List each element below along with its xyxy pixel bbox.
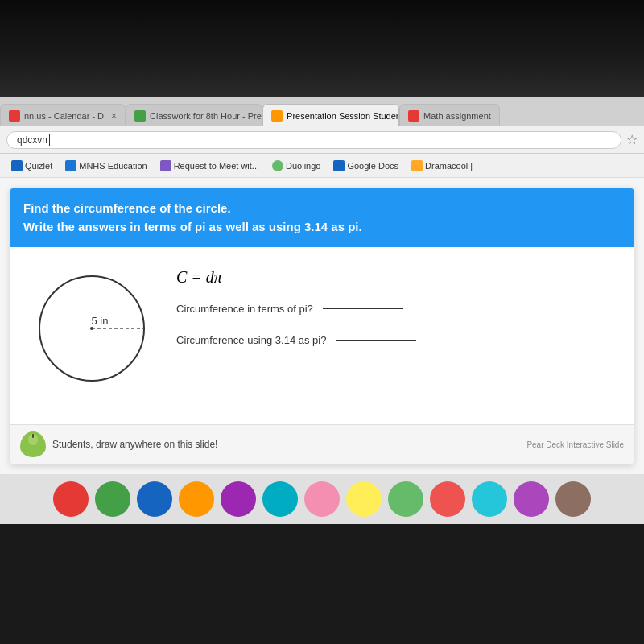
bookmark-icon-duolingo (272, 160, 283, 171)
svg-rect-6 (32, 434, 34, 438)
formula-display: C = dπ (176, 268, 621, 287)
app-icon-13[interactable] (555, 481, 591, 517)
tab-classwork[interactable]: Classwork for 8th Hour - Pre-Al × (126, 104, 262, 126)
bookmark-quizlet[interactable]: Quizlet (6, 159, 57, 173)
slide-container: Find the circumference of the circle. Wr… (10, 188, 634, 464)
bookmark-icon-google-docs (333, 160, 345, 171)
app-icon-9[interactable] (388, 481, 423, 517)
address-bar-row: qdcxvn ☆ (0, 126, 644, 154)
question-2-text: Circumference using 3.14 as pi? (176, 334, 326, 346)
bookmark-duolingo[interactable]: Duolingo (267, 159, 325, 173)
app-icon-2[interactable] (95, 481, 130, 517)
bookmark-icon-quizlet (11, 160, 23, 171)
app-icon-6[interactable] (262, 481, 298, 517)
app-icons-row (0, 474, 644, 524)
bookmark-label-google-docs: Google Docs (347, 161, 398, 171)
tab-presentation[interactable]: Presentation Session Student × (262, 104, 399, 126)
tab-icon-calendar (9, 110, 20, 122)
bookmark-mnhs[interactable]: MNHS Education (60, 159, 151, 173)
bookmark-icon-mnhs (65, 160, 76, 171)
address-value: qdcxvn (17, 134, 47, 146)
pear-icon (20, 431, 46, 457)
tab-close-calendar[interactable]: × (108, 110, 117, 122)
circle-svg: 5 in (31, 268, 152, 389)
answer-line-2 (336, 340, 416, 341)
tab-label-calendar: nn.us - Calendar - D (24, 111, 104, 121)
bookmark-star-icon[interactable]: ☆ (626, 132, 638, 147)
answer-line-1 (323, 308, 403, 309)
tab-label-presentation: Presentation Session Student (287, 111, 399, 121)
tab-icon-math (408, 110, 419, 122)
app-icon-12[interactable] (514, 481, 549, 517)
right-content: C = dπ Circumference in terms of pi? Cir… (176, 260, 621, 365)
tab-icon-classwork (134, 110, 146, 122)
tab-math[interactable]: Math assignment (399, 104, 500, 126)
bookmarks-bar: Quizlet MNHS Education Request to Meet w… (0, 154, 644, 178)
question-header: Find the circumference of the circle. Wr… (10, 188, 634, 247)
tab-label-classwork: Classwork for 8th Hour - Pre-Al (150, 111, 262, 121)
bookmark-label-dramacool: Dramacool | (425, 161, 473, 171)
app-icon-3[interactable] (137, 481, 172, 517)
circle-diagram: 5 in (23, 260, 160, 400)
bookmark-label-quizlet: Quizlet (25, 161, 52, 171)
question-1-text: Circumference in terms of pi? (176, 303, 313, 315)
bookmark-icon-dramacool (411, 160, 423, 171)
bookmark-icon-request (160, 160, 171, 171)
tab-calendar[interactable]: nn.us - Calendar - D × (0, 104, 126, 126)
math-content: 5 in C = dπ Circumference in terms of pi… (10, 247, 634, 424)
app-icon-11[interactable] (472, 481, 507, 517)
bookmark-label-request: Request to Meet wit... (174, 161, 259, 171)
browser-window: nn.us - Calendar - D × Classwork for 8th… (0, 97, 644, 474)
address-bar[interactable]: qdcxvn (6, 131, 621, 149)
bookmark-label-mnhs: MNHS Education (79, 161, 147, 171)
dark-background (0, 0, 644, 97)
pear-deck-badge: Pear Deck Interactive Slide (526, 440, 624, 449)
tab-bar: nn.us - Calendar - D × Classwork for 8th… (0, 97, 644, 126)
content-area: Find the circumference of the circle. Wr… (0, 178, 644, 474)
question-1-line: Circumference in terms of pi? (176, 303, 621, 315)
app-icon-10[interactable] (430, 481, 465, 517)
address-cursor (49, 134, 50, 146)
header-line2: Write the answers in terms of pi as well… (23, 218, 621, 237)
app-icon-5[interactable] (221, 481, 256, 517)
app-icon-7[interactable] (304, 481, 340, 517)
app-icon-8[interactable] (346, 481, 382, 517)
bookmark-request[interactable]: Request to Meet wit... (155, 159, 264, 173)
bookmark-label-duolingo: Duolingo (286, 161, 320, 171)
svg-text:5 in: 5 in (92, 315, 109, 327)
tab-label-math: Math assignment (423, 111, 491, 121)
toolbar-instruction: Students, draw anywhere on this slide! (52, 439, 520, 450)
app-icon-1[interactable] (53, 481, 89, 517)
header-line1: Find the circumference of the circle. (23, 200, 621, 218)
bookmark-dramacool[interactable]: Dramacool | (407, 159, 477, 173)
bottom-toolbar: Students, draw anywhere on this slide! P… (10, 424, 634, 464)
bookmark-google-docs[interactable]: Google Docs (328, 159, 403, 173)
tab-icon-presentation (271, 110, 283, 122)
app-icon-4[interactable] (179, 481, 214, 517)
question-2-line: Circumference using 3.14 as pi? (176, 334, 621, 346)
